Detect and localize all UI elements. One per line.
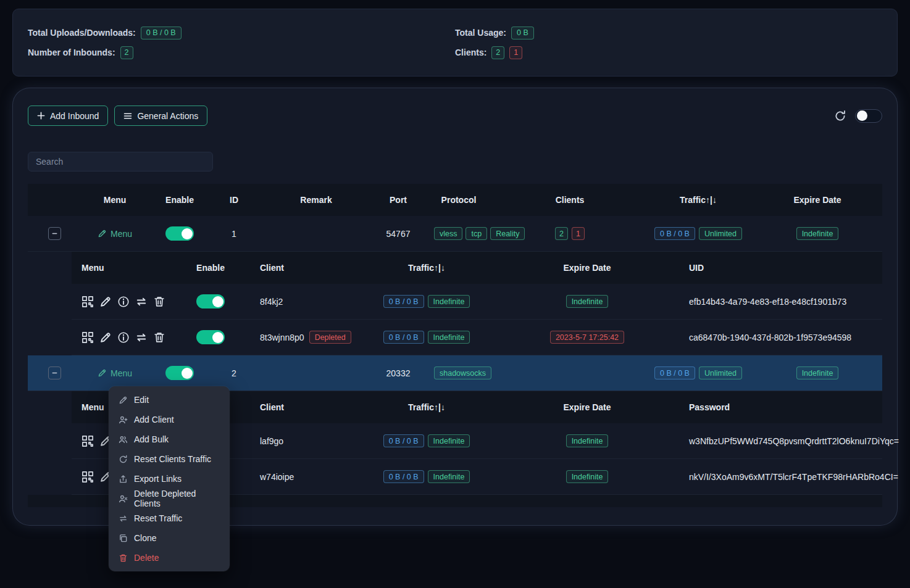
stat-total-usage: Total Usage: 0 B	[455, 23, 882, 43]
header-traffic[interactable]: Traffic↑|↓	[349, 402, 504, 412]
row-menu-button[interactable]: Menu	[98, 229, 132, 239]
reset-icon[interactable]	[135, 296, 148, 308]
delete-icon[interactable]	[153, 331, 165, 344]
enable-toggle[interactable]	[196, 330, 225, 344]
menu-item-delete-depleted-clients[interactable]: Delete Depleted Clients	[109, 489, 230, 508]
stats-right-column: Total Usage: 0 B Clients: 2 1	[455, 23, 882, 62]
menu-item-reset-traffic[interactable]: Reset Traffic	[109, 508, 230, 528]
collapse-row-button[interactable]	[48, 366, 61, 379]
menu-item-edit[interactable]: Edit	[109, 390, 230, 410]
expire-badge: Indefinite	[566, 295, 609, 308]
user-delete-icon	[119, 494, 128, 503]
expire-badge: Indefinite	[566, 434, 609, 447]
expire-badge: 2023-5-7 17:25:42	[550, 331, 624, 344]
menu-item-label: Clone	[134, 533, 157, 543]
protocol-badge: tcp	[465, 227, 487, 240]
menu-item-delete[interactable]: Delete	[109, 548, 230, 568]
menu-item-label: Add Client	[134, 415, 174, 424]
inbounds-count-label: Number of Inbounds:	[28, 48, 115, 57]
enable-toggle[interactable]	[165, 226, 194, 241]
menu-item-label: Reset Clients Traffic	[134, 454, 211, 464]
add-inbound-label: Add Inbound	[50, 111, 99, 121]
menu-item-reset-clients-traffic[interactable]: Reset Clients Traffic	[109, 449, 230, 469]
menu-item-export-links[interactable]: Export Links	[109, 469, 230, 489]
traffic-badge: 0 B / 0 B	[654, 227, 695, 240]
menu-item-clone[interactable]: Clone	[109, 528, 230, 548]
stat-number-of-inbounds: Number of Inbounds: 2	[28, 43, 455, 62]
header-expire-date: Expire Date	[753, 195, 882, 205]
uploads-downloads-label: Total Uploads/Downloads:	[28, 28, 136, 38]
header-client: Client	[241, 263, 349, 273]
header-traffic[interactable]: Traffic↑|↓	[349, 263, 504, 273]
client-name: laf9go	[241, 436, 349, 446]
header-password: Password	[670, 402, 882, 412]
clients-subtable-header: Menu Enable Client Traffic↑|↓ Expire Dat…	[72, 252, 882, 284]
qr-code-icon[interactable]	[81, 296, 94, 308]
traffic-limit-badge: Indefinite	[428, 434, 470, 447]
header-id: ID	[211, 195, 257, 205]
inbounds-table-header: Menu Enable ID Remark Port Protocol Clie…	[28, 184, 882, 216]
protocol-badge: vless	[434, 227, 462, 240]
header-protocol: Protocol	[422, 195, 496, 205]
inbound-traffic: 0 B / 0 B Unlimited	[644, 227, 753, 240]
enable-toggle[interactable]	[196, 294, 225, 308]
inbounds-count-badge: 2	[120, 46, 133, 59]
inbound-id: 2	[211, 368, 257, 378]
inbound-protocols: shadowsocks	[422, 366, 496, 379]
traffic-limit-badge: Indefinite	[428, 331, 470, 344]
inbound-expire: Indefinite	[753, 227, 882, 240]
header-expire-date: Expire Date	[504, 263, 670, 273]
edit-icon[interactable]	[99, 331, 112, 344]
minus-icon	[51, 370, 58, 376]
client-row: 8t3wjnn8p0 Depleted 0 B / 0 B Indefinite…	[72, 320, 882, 355]
menu-item-add-client[interactable]: Add Client	[109, 410, 230, 429]
pencil-icon	[98, 229, 107, 238]
inbound-port: 54767	[375, 229, 422, 239]
enable-toggle[interactable]	[165, 366, 194, 380]
qr-code-icon[interactable]	[81, 331, 94, 344]
add-inbound-button[interactable]: Add Inbound	[28, 106, 108, 126]
client-row: 8f4kj2 0 B / 0 B Indefinite Indefinite e…	[72, 284, 882, 320]
info-icon[interactable]	[117, 331, 130, 344]
theme-toggle-knob	[857, 110, 867, 121]
menu-item-label: Edit	[134, 395, 149, 405]
stats-panel: Total Uploads/Downloads: 0 B / 0 B Numbe…	[12, 9, 898, 77]
edit-icon[interactable]	[99, 296, 112, 308]
traffic-limit-badge: Unlimited	[699, 227, 742, 240]
traffic-limit-badge: Indefinite	[428, 470, 470, 483]
reset-icon[interactable]	[135, 331, 148, 344]
menu-item-label: Export Links	[134, 474, 182, 484]
inbound-expire: Indefinite	[753, 366, 882, 379]
info-icon[interactable]	[117, 296, 130, 308]
general-actions-button[interactable]: General Actions	[114, 106, 207, 126]
header-clients: Clients	[496, 195, 644, 205]
user-add-icon	[119, 415, 128, 424]
users-add-icon	[119, 435, 128, 444]
inbound-id: 1	[211, 229, 257, 239]
menu-item-add-bulk[interactable]: Add Bulk	[109, 429, 230, 449]
client-traffic: 0 B / 0 B Indefinite	[349, 434, 504, 447]
total-usage-badge: 0 B	[511, 27, 534, 39]
search-input[interactable]	[28, 152, 213, 172]
header-enable: Enable	[180, 263, 241, 273]
traffic-badge: 0 B / 0 B	[383, 295, 424, 308]
qr-code-icon[interactable]	[81, 471, 94, 483]
header-traffic[interactable]: Traffic↑|↓	[644, 195, 753, 205]
theme-toggle[interactable]	[855, 109, 882, 123]
qr-code-icon[interactable]	[81, 435, 94, 447]
client-name: 8t3wjnn8p0	[260, 333, 304, 342]
header-remark: Remark	[257, 195, 375, 205]
uploads-downloads-value-badge: 0 B / 0 B	[141, 27, 182, 39]
menu-item-label: Delete	[134, 553, 159, 563]
header-menu: Menu	[81, 195, 149, 205]
toggle-knob	[182, 228, 193, 239]
inbound-traffic: 0 B / 0 B Unlimited	[644, 366, 753, 379]
expire-badge: Indefinite	[566, 470, 609, 483]
client-uid: ca68470b-1940-437d-802b-1f9573e94598	[670, 333, 882, 342]
refresh-icon[interactable]	[834, 110, 846, 122]
delete-icon[interactable]	[153, 296, 165, 308]
collapse-row-button[interactable]	[48, 227, 61, 240]
row-menu-button[interactable]: Menu	[98, 368, 132, 378]
clone-icon	[119, 534, 128, 543]
clients-active-badge: 2	[491, 46, 504, 59]
